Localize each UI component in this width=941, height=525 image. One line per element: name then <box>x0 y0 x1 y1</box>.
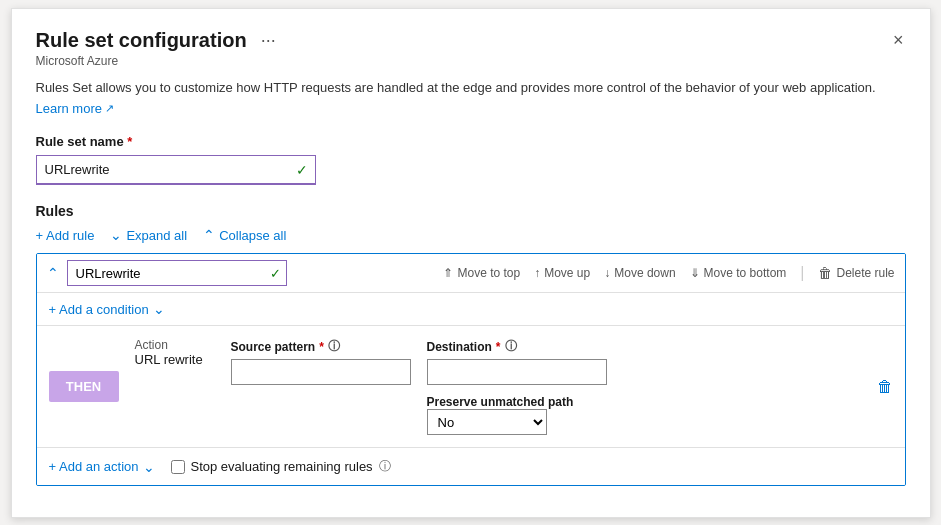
rule-name-wrapper: ✓ <box>67 260 287 286</box>
move-to-top-button[interactable]: Move to top <box>443 266 520 280</box>
add-condition-button[interactable]: + Add a condition <box>49 301 165 317</box>
move-to-bottom-button[interactable]: Move to bottom <box>690 266 787 280</box>
required-marker: * <box>127 134 132 149</box>
header-left: Rule set configuration ··· <box>36 29 280 52</box>
external-link-icon: ↗ <box>105 102 114 115</box>
add-action-chevron-icon <box>143 459 155 475</box>
learn-more-link[interactable]: Learn more ↗ <box>36 101 114 116</box>
collapse-all-chevron-icon <box>203 227 215 243</box>
destination-info-icon[interactable]: ⓘ <box>505 338 517 355</box>
rule-set-name-field: Rule set name * ✓ <box>36 134 906 185</box>
move-to-top-icon <box>443 266 453 280</box>
input-valid-checkmark: ✓ <box>296 162 308 178</box>
preserve-path-select[interactable]: No Yes <box>427 409 547 435</box>
source-pattern-group: Source pattern * ⓘ <box>231 338 411 385</box>
collapse-all-button[interactable]: Collapse all <box>203 227 286 243</box>
move-down-icon <box>604 266 610 280</box>
then-badge: THEN <box>49 371 119 402</box>
preserve-path-group: Preserve unmatched path No Yes <box>427 395 607 435</box>
delete-action-icon: 🗑 <box>877 378 893 395</box>
divider: | <box>800 264 804 282</box>
then-section: THEN Action URL rewrite Source pattern *… <box>37 326 905 447</box>
footer-row: + Add an action Stop evaluating remainin… <box>37 447 905 485</box>
stop-evaluate-checkbox[interactable] <box>171 460 185 474</box>
panel-subtitle: Microsoft Azure <box>36 54 906 68</box>
move-up-button[interactable]: Move up <box>534 266 590 280</box>
condition-row: + Add a condition <box>37 293 905 326</box>
action-value: URL rewrite <box>135 352 215 367</box>
add-action-button[interactable]: + Add an action <box>49 459 155 475</box>
expand-all-button[interactable]: Expand all <box>110 227 187 243</box>
description-text: Rules Set allows you to customize how HT… <box>36 78 906 98</box>
rule-actions: Move to top Move up Move down Move to bo… <box>443 264 894 282</box>
destination-group: Destination * ⓘ Preserve unmatched path … <box>427 338 607 435</box>
action-label: Action <box>135 338 215 352</box>
stop-evaluate-info-icon[interactable]: ⓘ <box>379 458 391 475</box>
rules-section-title: Rules <box>36 203 906 219</box>
source-pattern-label: Source pattern * ⓘ <box>231 338 411 355</box>
rule-name-valid-icon: ✓ <box>270 266 281 281</box>
rules-toolbar: + Add rule Expand all Collapse all <box>36 227 906 243</box>
move-to-bottom-icon <box>690 266 700 280</box>
rule-collapse-icon <box>47 265 59 281</box>
rule-set-name-input[interactable] <box>36 155 316 185</box>
rule-collapse-button[interactable] <box>47 265 59 281</box>
delete-icon: 🗑 <box>818 265 832 281</box>
add-condition-chevron-icon <box>153 301 165 317</box>
ellipsis-button[interactable]: ··· <box>257 30 280 51</box>
close-button[interactable]: × <box>891 30 906 51</box>
destination-label: Destination * ⓘ <box>427 338 607 355</box>
rule-set-name-label: Rule set name * <box>36 134 906 149</box>
move-up-icon <box>534 266 540 280</box>
source-required-marker: * <box>319 340 324 354</box>
move-down-button[interactable]: Move down <box>604 266 675 280</box>
delete-rule-button[interactable]: 🗑 Delete rule <box>818 265 894 281</box>
delete-action-button[interactable]: 🗑 <box>877 378 893 396</box>
panel-title: Rule set configuration <box>36 29 247 52</box>
rule-header: ✓ Move to top Move up Move down <box>37 254 905 293</box>
action-info: Action URL rewrite <box>135 338 215 367</box>
rule-name-input[interactable] <box>67 260 287 286</box>
add-rule-button[interactable]: + Add rule <box>36 228 95 243</box>
rule-box: ✓ Move to top Move up Move down <box>36 253 906 486</box>
rule-set-name-input-wrapper: ✓ <box>36 155 316 185</box>
destination-input[interactable] <box>427 359 607 385</box>
expand-all-chevron-icon <box>110 227 122 243</box>
rule-set-configuration-panel: Rule set configuration ··· × Microsoft A… <box>11 8 931 518</box>
stop-evaluate-group: Stop evaluating remaining rules ⓘ <box>171 458 391 475</box>
panel-header: Rule set configuration ··· × <box>36 29 906 52</box>
then-row: THEN Action URL rewrite Source pattern *… <box>49 338 893 435</box>
dest-required-marker: * <box>496 340 501 354</box>
preserve-path-label: Preserve unmatched path <box>427 395 607 409</box>
source-pattern-input[interactable] <box>231 359 411 385</box>
source-info-icon[interactable]: ⓘ <box>328 338 340 355</box>
stop-evaluate-label: Stop evaluating remaining rules <box>191 459 373 474</box>
rules-section: Rules + Add rule Expand all Collapse all <box>36 203 906 486</box>
